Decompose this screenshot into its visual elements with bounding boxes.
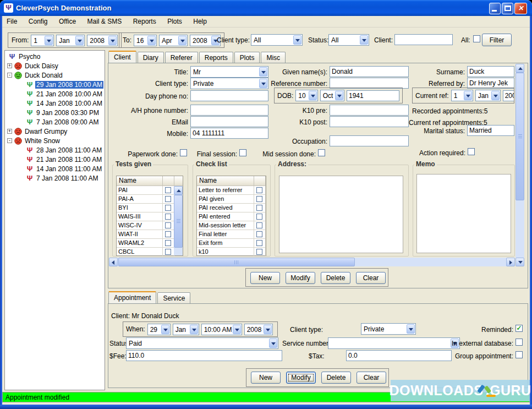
tab-appointment[interactable]: Appointment — [108, 291, 156, 303]
chevron-down-icon[interactable] — [269, 339, 277, 348]
chevron-down-icon[interactable] — [75, 36, 84, 45]
table-row[interactable]: WIAT-II — [117, 230, 183, 239]
tree-item-white-snow[interactable]: -White Snow — [5, 136, 105, 145]
row-checkbox[interactable] — [256, 187, 262, 193]
menu-help[interactable]: Help — [189, 16, 211, 27]
scroll-up-button[interactable] — [174, 186, 183, 195]
tab-referer[interactable]: Referer — [165, 52, 198, 63]
chevron-down-icon[interactable] — [233, 325, 241, 334]
day-phone-input[interactable] — [190, 90, 268, 101]
row-checkbox[interactable] — [165, 240, 171, 246]
scroll-up-button[interactable] — [515, 64, 524, 73]
menu-mail-sms[interactable]: Mail & SMS — [83, 16, 127, 27]
tree-item-appointment[interactable]: Ψ14 Jan 2008 11:00 AM — [5, 164, 105, 173]
tree-item-appointment[interactable]: Ψ7 Jan 2008 09:00 AM — [5, 117, 105, 127]
client-vertical-scrollbar[interactable] — [515, 64, 524, 266]
client-tree[interactable]: ΨPsycho +Duck Daisy -Duck Donald Ψ29 Jan… — [4, 50, 105, 390]
when-time-combo[interactable]: 10:00 AM — [201, 324, 242, 335]
table-row[interactable]: k10 — [197, 248, 266, 257]
reminded-checkbox[interactable]: ✓ — [515, 325, 523, 332]
tree-item-appointment[interactable]: Ψ7 Jan 2008 11:00 AM — [5, 173, 105, 183]
chevron-down-icon[interactable] — [190, 325, 198, 334]
to-year-combo[interactable]: 2008 — [190, 35, 221, 46]
tab-misc[interactable]: Misc — [261, 52, 286, 63]
current-ref-month-combo[interactable]: Jan — [475, 90, 501, 101]
client-type-filter-combo[interactable]: All — [251, 34, 303, 46]
clear-button[interactable]: Clear — [356, 272, 386, 284]
modify-button[interactable]: Modify — [286, 272, 315, 284]
chevron-down-icon[interactable] — [335, 91, 343, 100]
clear-button[interactable]: Clear — [357, 372, 386, 384]
row-checkbox[interactable] — [165, 187, 171, 193]
close-button[interactable]: ✕ — [514, 3, 527, 14]
scrollbar-thumb[interactable] — [118, 258, 355, 266]
new-button[interactable]: New — [250, 272, 280, 284]
fee-input[interactable] — [126, 350, 282, 361]
client-filter-input[interactable] — [394, 34, 453, 45]
final-session-checkbox[interactable] — [239, 149, 246, 156]
row-checkbox[interactable] — [256, 214, 262, 220]
action-required-checkbox[interactable] — [468, 148, 475, 155]
filter-button[interactable]: Filter — [482, 34, 512, 46]
title-bar[interactable]: Ψ CleverPsych Demonstration ✕ — [0, 0, 532, 16]
to-day-combo[interactable]: 16 — [134, 35, 157, 46]
table-row[interactable]: Mid-session letter — [197, 221, 266, 230]
mid-session-done-checkbox[interactable] — [318, 149, 325, 156]
chevron-down-icon[interactable] — [293, 35, 301, 45]
table-row[interactable]: Final letter — [197, 230, 266, 239]
tab-diary[interactable]: Diary — [138, 52, 164, 63]
from-day-combo[interactable]: 1 — [31, 35, 54, 46]
mobile-input[interactable] — [190, 128, 268, 139]
table-row[interactable]: CBCL — [117, 248, 183, 257]
delete-button[interactable]: Delete — [321, 272, 350, 284]
tree-item-appointment[interactable]: Ψ29 Jan 2008 10:00 AM — [5, 80, 105, 89]
row-checkbox[interactable] — [165, 205, 171, 211]
menu-office[interactable]: Office — [54, 16, 80, 27]
status-filter-combo[interactable]: All — [328, 34, 369, 46]
scroll-left-button[interactable] — [109, 258, 118, 266]
row-checkbox[interactable] — [165, 196, 171, 202]
dob-day-combo[interactable]: 10 — [295, 90, 317, 101]
table-row[interactable]: WRAML2 — [117, 239, 183, 248]
tree-item-psycho[interactable]: ΨPsycho — [5, 52, 105, 61]
chevron-down-icon[interactable] — [108, 36, 117, 45]
when-month-combo[interactable]: Jan — [173, 324, 199, 335]
k10-pre-input[interactable] — [330, 105, 409, 116]
collapse-icon[interactable]: - — [7, 138, 12, 143]
current-ref-day-combo[interactable]: 1 — [451, 90, 473, 101]
modify-button[interactable]: Modify — [286, 372, 316, 384]
tests-scrollbar[interactable] — [174, 186, 183, 255]
menu-config[interactable]: Config — [24, 16, 52, 27]
from-month-combo[interactable]: Jan — [56, 35, 85, 46]
table-row[interactable]: PAI — [117, 186, 183, 195]
to-month-combo[interactable]: Apr — [159, 35, 188, 46]
tree-item-appointment[interactable]: Ψ21 Jan 2008 10:00 AM — [5, 89, 105, 99]
address-textarea[interactable] — [279, 176, 403, 253]
table-row[interactable]: PAI received — [197, 204, 266, 212]
table-row[interactable]: Exit form — [197, 239, 266, 248]
when-year-combo[interactable]: 2008 — [244, 324, 273, 335]
row-checkbox[interactable] — [256, 205, 262, 211]
row-checkbox[interactable] — [256, 240, 262, 246]
tree-item-dwarf-grumpy[interactable]: +Dwarf Grumpy — [5, 127, 105, 136]
tree-item-appointment[interactable]: Ψ28 Jan 2008 11:00 AM — [5, 145, 105, 155]
k10-post-input[interactable] — [330, 116, 409, 127]
dob-year-input[interactable] — [347, 90, 399, 101]
chevron-down-icon[interactable] — [360, 35, 368, 45]
scroll-right-button[interactable] — [506, 258, 515, 266]
chevron-down-icon[interactable] — [147, 36, 156, 45]
occupation-input[interactable] — [330, 135, 409, 146]
scrollbar-thumb[interactable] — [515, 73, 524, 200]
group-appointment-checkbox[interactable] — [515, 351, 523, 358]
menu-file[interactable]: File — [2, 16, 21, 27]
chevron-down-icon[interactable] — [178, 36, 187, 45]
marital-status-input[interactable] — [467, 125, 514, 136]
menu-reports[interactable]: Reports — [129, 16, 161, 27]
row-checkbox[interactable] — [165, 231, 171, 237]
row-checkbox[interactable] — [256, 231, 262, 237]
chevron-down-icon[interactable] — [464, 91, 472, 100]
scroll-down-button[interactable] — [515, 258, 524, 266]
menu-plots[interactable]: Plots — [163, 16, 187, 27]
dob-month-combo[interactable]: Oct — [320, 90, 344, 101]
current-ref-year-input[interactable] — [503, 90, 514, 101]
